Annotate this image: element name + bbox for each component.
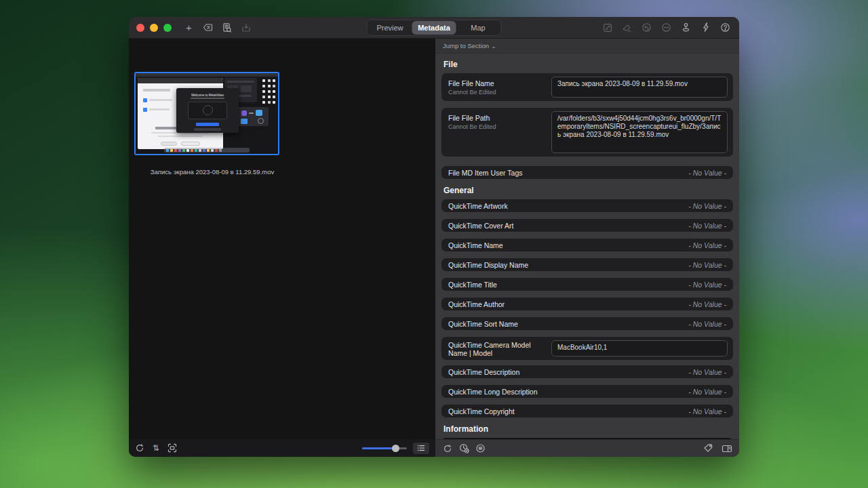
field-row-file-path: File File Path Cannot Be Edited /var/fol… (441, 108, 733, 157)
rotate-icon (443, 444, 452, 453)
field-label: File File Path (448, 114, 551, 122)
more-options-button[interactable] (660, 22, 672, 33)
right-toolbar-actions (702, 443, 733, 455)
thumb-welcome-window: Welcome to MetaVideo (176, 88, 239, 133)
field-row-camera-model: QuickTime Camera Model Name | Model MacB… (441, 337, 733, 360)
document-search-icon (222, 23, 232, 33)
date-adjust-button[interactable] (458, 443, 470, 455)
undo-button[interactable] (641, 22, 652, 33)
eraser-icon (622, 23, 632, 33)
view-mode-tabs: Preview Metadata Map (367, 20, 502, 36)
backspace-delete-icon (203, 23, 213, 32)
filter-circle-icon (475, 443, 486, 453)
field-row-sort-name[interactable]: QuickTime Sort Name - No Value - (441, 317, 733, 330)
metadata-scroll-area[interactable]: File File File Name Cannot Be Edited Зап… (435, 54, 739, 439)
field-row-name[interactable]: QuickTime Name - No Value - (441, 239, 733, 251)
camera-model-input[interactable]: MacBookAir10,1 (551, 340, 728, 357)
rotate-thumbnails-button[interactable] (134, 442, 146, 454)
tab-metadata[interactable]: Metadata (412, 21, 456, 35)
section-header-file: File (443, 60, 733, 69)
minimize-window-button[interactable] (150, 24, 158, 32)
video-thumbnail[interactable]: Welcome to MetaVideo (134, 72, 279, 155)
close-window-button[interactable] (136, 24, 144, 32)
remove-metadata-button[interactable] (202, 22, 214, 33)
field-row-long-description[interactable]: QuickTime Long Description - No Value - (441, 385, 733, 398)
field-row-copyright[interactable]: QuickTime Copyright - No Value - (441, 405, 733, 418)
tab-preview[interactable]: Preview (368, 21, 412, 35)
field-row-artwork[interactable]: QuickTime Artwork - No Value - (441, 199, 733, 212)
no-value-text: - No Value - (688, 241, 726, 249)
add-files-button[interactable]: + (183, 22, 195, 33)
no-value-text: - No Value - (688, 407, 726, 415)
file-item: Welcome to MetaVideo (134, 72, 279, 176)
window-content: Welcome to MetaVideo (129, 39, 739, 457)
field-label: File File Name (448, 79, 551, 87)
file-path-input[interactable]: /var/folders/b3/sxw4j50d44jcm0hg3rs6v_br… (551, 111, 728, 153)
inspect-file-button[interactable] (221, 22, 233, 33)
edit-metadata-button[interactable] (601, 22, 613, 33)
desktop-wallpaper: + (0, 0, 868, 488)
list-view-icon (416, 443, 426, 453)
no-value-text: - No Value - (688, 202, 726, 210)
field-note: Cannot Be Edited (448, 89, 551, 96)
no-value-text: - No Value - (688, 261, 726, 269)
edit-square-icon (603, 23, 612, 33)
jump-to-section-menu[interactable]: Jump to Section ⌄ (435, 39, 739, 54)
tab-map[interactable]: Map (456, 21, 500, 35)
thumbnail-size-slider[interactable] (362, 445, 407, 452)
no-value-text: - No Value - (688, 388, 726, 396)
titlebar: + (129, 17, 739, 39)
left-bottom-toolbar: ⇅ (129, 439, 435, 457)
field-row-user-tags[interactable]: File MD Item User Tags - No Value - (441, 166, 733, 179)
lightning-bolt-icon (701, 22, 711, 33)
more-ellipsis-icon (661, 22, 671, 33)
field-row-description[interactable]: QuickTime Description - No Value - (441, 365, 733, 378)
tag-icon (703, 443, 713, 453)
sort-arrows-icon: ⇅ (153, 444, 159, 452)
reset-metadata-button[interactable] (441, 443, 454, 455)
thumb-menubar (136, 73, 278, 77)
toolbar-right (601, 22, 731, 33)
export-button[interactable] (240, 22, 252, 33)
no-value-text: - No Value - (688, 169, 726, 177)
right-bottom-toolbar (435, 439, 739, 457)
list-view-button[interactable] (413, 443, 429, 454)
quick-actions-button[interactable] (700, 22, 711, 33)
window-controls (136, 24, 172, 32)
import-tray-icon (241, 23, 251, 33)
toggle-panel-button[interactable] (721, 443, 733, 455)
scan-frame-icon (167, 443, 177, 453)
erase-button[interactable] (621, 22, 633, 33)
help-button[interactable] (719, 22, 731, 33)
file-name-caption: Запись экрана 2023-08-09 в 11.29.59.mov (140, 168, 285, 176)
thumb-dock (164, 148, 250, 152)
rotate-icon (135, 443, 144, 453)
slider-knob[interactable] (392, 445, 399, 452)
field-row-author[interactable]: QuickTime Author - No Value - (441, 298, 733, 310)
map-pin-icon (681, 22, 691, 33)
file-list-panel: Welcome to MetaVideo (129, 39, 435, 457)
thumb-welcome-title: Welcome to MetaVideo (183, 94, 232, 97)
clock-check-icon (459, 443, 469, 453)
field-row-title[interactable]: QuickTime Title - No Value - (441, 278, 733, 291)
location-pin-button[interactable] (680, 22, 692, 33)
zoom-window-button[interactable] (163, 24, 172, 32)
thumb-installer-window (237, 107, 269, 126)
no-value-text: - No Value - (688, 222, 726, 230)
filter-fields-button[interactable] (474, 443, 486, 455)
undo-circle-icon (642, 22, 652, 33)
no-value-text: - No Value - (688, 320, 726, 328)
scan-preview-button[interactable] (166, 442, 178, 454)
jump-to-section-label: Jump to Section (443, 42, 489, 49)
field-row-file-name: File File Name Cannot Be Edited Запись э… (441, 73, 733, 101)
file-name-input[interactable]: Запись экрана 2023-08-09 в 11.29.59.mov (551, 77, 728, 98)
app-window: + (129, 17, 739, 457)
field-row-display-name[interactable]: QuickTime Display Name - No Value - (441, 258, 733, 271)
field-label: QuickTime Camera Model Name | Model (448, 341, 551, 357)
field-row-cover-art[interactable]: QuickTime Cover Art - No Value - (441, 219, 733, 232)
tags-button[interactable] (702, 443, 714, 455)
sort-files-button[interactable]: ⇅ (150, 442, 162, 454)
sidebar-panel-icon (722, 444, 732, 453)
field-note: Cannot Be Edited (448, 123, 551, 130)
no-value-text: - No Value - (688, 300, 726, 308)
